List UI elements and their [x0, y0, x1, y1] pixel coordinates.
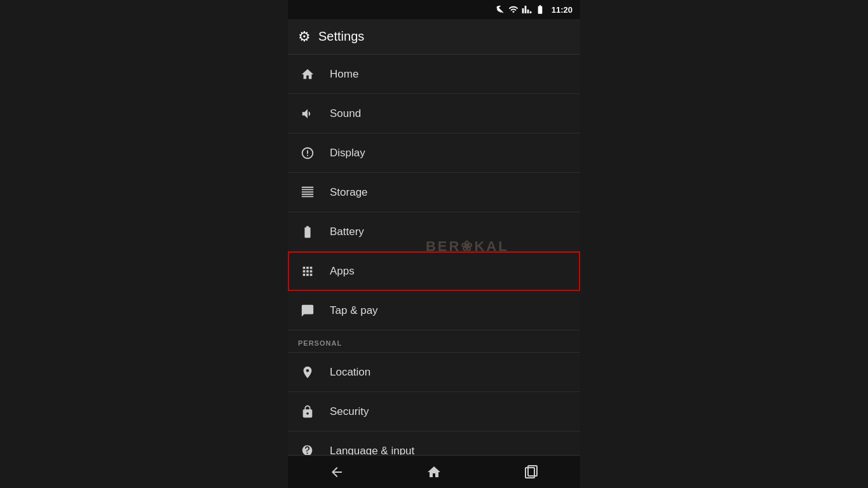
- phone-screen: 11:20 Settings Home Sound Display: [288, 0, 580, 488]
- storage-icon: [298, 186, 317, 200]
- menu-list: Home Sound Display Storage: [288, 55, 580, 455]
- menu-item-storage[interactable]: Storage: [288, 173, 580, 212]
- menu-item-location[interactable]: Location: [288, 353, 580, 392]
- menu-item-home[interactable]: Home: [288, 55, 580, 94]
- nav-bar: [288, 455, 580, 488]
- menu-item-location-label: Location: [330, 366, 370, 379]
- menu-item-display[interactable]: Display: [288, 133, 580, 173]
- recents-button[interactable]: [512, 459, 550, 485]
- menu-item-security[interactable]: Security: [288, 392, 580, 431]
- menu-item-battery[interactable]: Battery: [288, 212, 580, 252]
- menu-item-apps-label: Apps: [330, 265, 355, 278]
- menu-item-tap-pay-label: Tap & pay: [330, 304, 378, 317]
- personal-section-header: PERSONAL: [288, 330, 580, 353]
- tap-pay-icon: [298, 304, 317, 318]
- battery-status-icon: [535, 4, 545, 15]
- home-nav-button[interactable]: [415, 459, 453, 485]
- status-icons: [495, 4, 545, 15]
- settings-title: Settings: [318, 29, 364, 44]
- menu-item-storage-label: Storage: [330, 186, 368, 199]
- security-icon: [298, 405, 317, 419]
- menu-item-tap-pay[interactable]: Tap & pay: [288, 291, 580, 330]
- menu-item-language-label: Language & input: [330, 445, 414, 456]
- menu-item-home-label: Home: [330, 68, 358, 81]
- menu-item-sound-label: Sound: [330, 107, 361, 120]
- status-bar: 11:20: [288, 0, 580, 19]
- personal-section-label: PERSONAL: [298, 339, 342, 347]
- display-icon: [298, 146, 317, 160]
- status-time: 11:20: [552, 5, 573, 15]
- location-icon: [298, 365, 317, 379]
- language-icon: [298, 444, 317, 456]
- battery-icon: [298, 225, 317, 239]
- menu-item-apps[interactable]: Apps: [288, 252, 580, 291]
- menu-item-security-label: Security: [330, 405, 369, 418]
- title-bar: Settings: [288, 19, 580, 55]
- menu-item-sound[interactable]: Sound: [288, 94, 580, 133]
- home-icon: [298, 67, 317, 81]
- menu-item-language[interactable]: Language & input: [288, 431, 580, 455]
- back-button[interactable]: [318, 459, 356, 485]
- menu-item-battery-label: Battery: [330, 226, 364, 238]
- settings-gear-icon: [298, 29, 311, 45]
- signal-icon: [522, 4, 532, 15]
- apps-icon: [298, 264, 317, 278]
- menu-item-display-label: Display: [330, 147, 365, 159]
- sound-icon: [298, 107, 317, 121]
- wifi-icon: [508, 4, 519, 15]
- silent-icon: [495, 4, 505, 15]
